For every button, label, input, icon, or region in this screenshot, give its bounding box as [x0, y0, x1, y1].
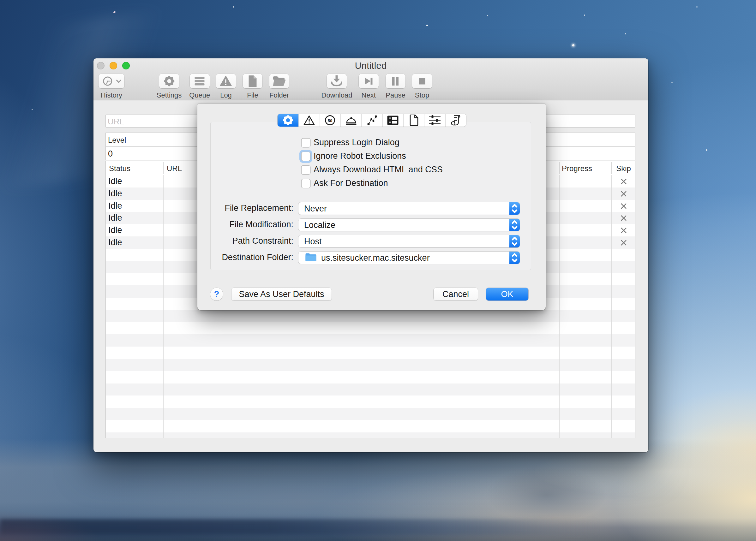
svg-text:50: 50: [328, 118, 332, 123]
